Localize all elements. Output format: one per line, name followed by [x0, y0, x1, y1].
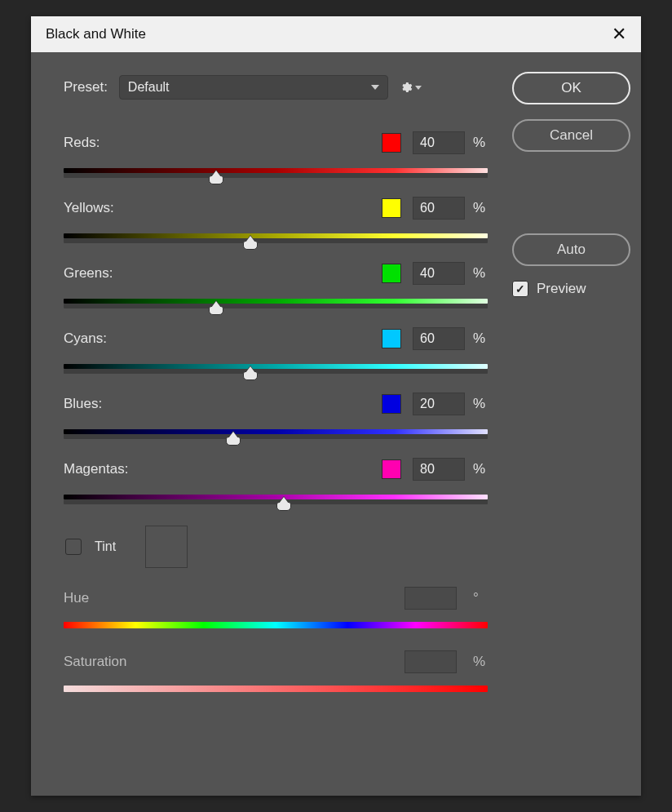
channel-magentas: Magentas:% [64, 457, 488, 511]
channel-slider[interactable] [64, 495, 488, 511]
slider-thumb[interactable] [226, 433, 241, 444]
preset-value: Default [128, 80, 170, 95]
preview-checkbox[interactable] [512, 281, 528, 297]
channel-greens: Greens:% [64, 261, 488, 315]
percent-label: % [473, 396, 488, 412]
preset-row: Preset: Default [64, 75, 488, 100]
channel-cyans: Cyans:% [64, 326, 488, 380]
gear-icon [400, 81, 413, 94]
hue-input[interactable] [405, 587, 457, 610]
preset-menu-button[interactable] [400, 81, 422, 94]
channel-value-input[interactable] [413, 393, 465, 415]
channel-label: Blues: [64, 396, 382, 412]
channel-value-input[interactable] [413, 131, 465, 154]
saturation-unit: % [473, 654, 488, 670]
dialog-title: Black and White [46, 26, 146, 42]
channel-slider[interactable] [64, 364, 488, 380]
saturation-slider[interactable] [64, 686, 488, 694]
channel-slider[interactable] [64, 299, 488, 315]
chevron-down-icon [371, 85, 379, 90]
channel-slider[interactable] [64, 429, 488, 446]
percent-label: % [473, 200, 488, 216]
tint-color-swatch[interactable] [145, 526, 188, 568]
preset-label: Preset: [64, 79, 108, 95]
channel-label: Yellows: [64, 200, 382, 216]
channel-label: Reds: [64, 135, 382, 151]
slider-thumb[interactable] [243, 237, 258, 248]
channel-yellows: Yellows:% [64, 196, 488, 250]
hue-slider[interactable] [64, 622, 488, 630]
color-swatch [382, 329, 401, 348]
saturation-input[interactable] [405, 650, 457, 673]
color-swatch [382, 264, 401, 283]
channel-reds: Reds:% [64, 131, 488, 184]
close-icon[interactable]: ✕ [612, 25, 626, 43]
percent-label: % [473, 331, 488, 347]
saturation-row: Saturation % [64, 650, 488, 694]
color-swatch [382, 394, 401, 414]
percent-label: % [473, 135, 488, 151]
color-swatch [382, 198, 401, 218]
hue-label: Hue [64, 590, 405, 606]
titlebar[interactable]: Black and White ✕ [31, 16, 641, 52]
slider-thumb[interactable] [276, 498, 291, 509]
channel-value-input[interactable] [413, 327, 465, 350]
preset-dropdown[interactable]: Default [119, 75, 388, 100]
preview-row: Preview [512, 281, 634, 297]
color-swatch [382, 459, 401, 479]
percent-label: % [473, 461, 488, 477]
slider-thumb[interactable] [209, 171, 223, 183]
channel-label: Greens: [64, 265, 382, 282]
slider-thumb[interactable] [243, 367, 258, 379]
preview-label: Preview [537, 281, 586, 297]
channel-value-input[interactable] [413, 458, 465, 481]
color-swatch [382, 133, 401, 153]
slider-thumb[interactable] [209, 302, 223, 313]
cancel-button[interactable]: Cancel [512, 119, 630, 152]
ok-button[interactable]: OK [512, 72, 630, 104]
hue-unit: ° [473, 590, 488, 606]
channel-value-input[interactable] [413, 197, 465, 220]
auto-button[interactable]: Auto [512, 233, 630, 266]
channel-blues: Blues:% [64, 392, 488, 446]
chevron-down-icon [415, 86, 422, 90]
channel-slider[interactable] [64, 233, 488, 250]
tint-label: Tint [95, 539, 116, 554]
percent-label: % [473, 265, 488, 282]
channel-label: Cyans: [64, 331, 382, 347]
hue-row: Hue ° [64, 586, 488, 630]
channel-value-input[interactable] [413, 262, 465, 285]
saturation-label: Saturation [64, 654, 405, 670]
black-and-white-dialog: Black and White ✕ Preset: Default Reds:%… [31, 16, 641, 796]
channel-slider[interactable] [64, 168, 488, 184]
tint-checkbox[interactable] [65, 539, 82, 555]
tint-row: Tint [64, 526, 488, 568]
channel-label: Magentas: [64, 461, 382, 477]
